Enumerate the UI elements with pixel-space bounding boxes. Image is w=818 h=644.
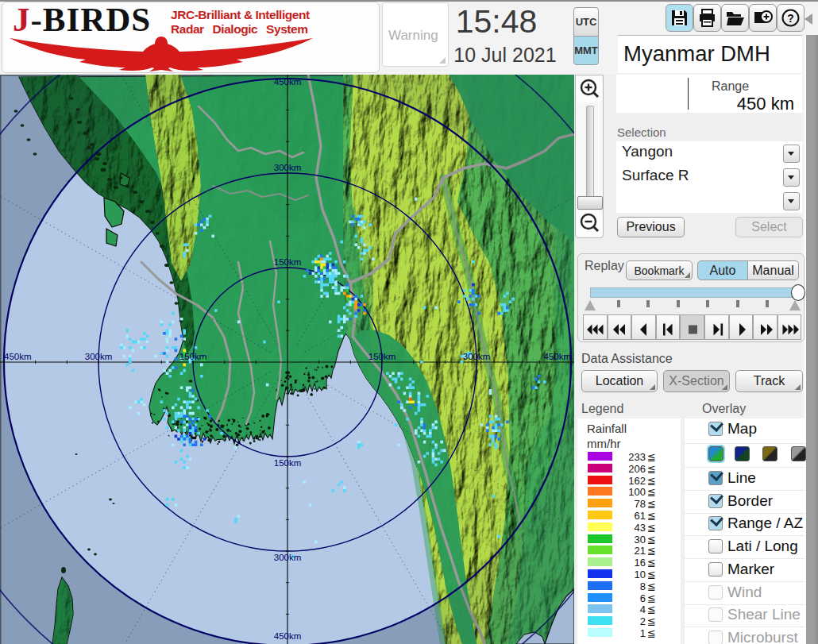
svg-text:450km: 450km: [274, 631, 302, 641]
svg-text:?: ?: [787, 12, 794, 25]
svg-text:150km: 150km: [274, 458, 302, 468]
svg-text:450km: 450km: [4, 352, 32, 361]
svg-text:300km: 300km: [274, 553, 302, 562]
svg-text:300km: 300km: [463, 352, 491, 361]
svg-text:150km: 150km: [179, 352, 207, 361]
svg-text:150km: 150km: [368, 352, 396, 361]
svg-text:300km: 300km: [274, 163, 302, 172]
svg-text:150km: 150km: [274, 257, 302, 267]
svg-text:450km: 450km: [274, 77, 302, 87]
svg-text:300km: 300km: [85, 352, 113, 361]
svg-text:450km: 450km: [543, 352, 571, 361]
